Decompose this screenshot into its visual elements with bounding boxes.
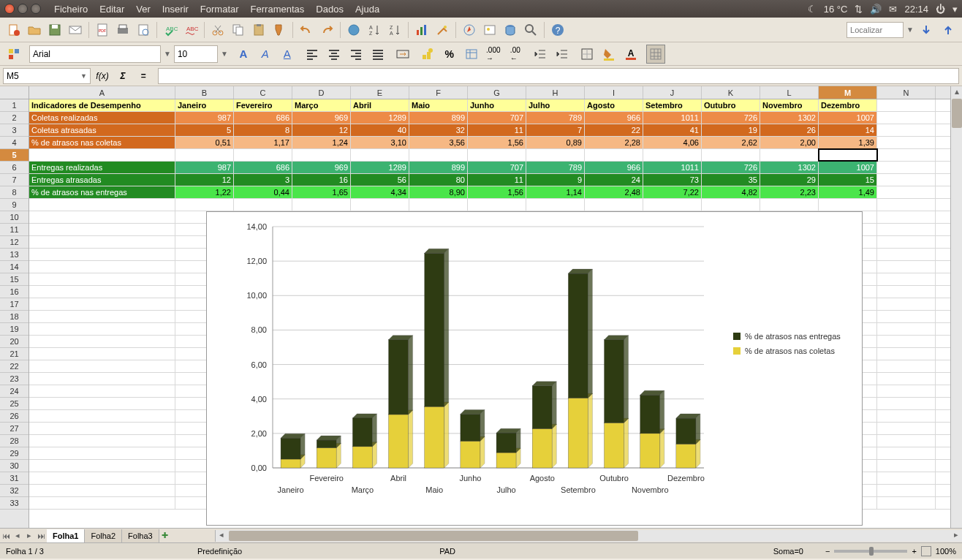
cell-L2[interactable]: 1302 — [760, 112, 819, 124]
col-header-K[interactable]: K — [702, 86, 760, 99]
col-header-E[interactable]: E — [351, 86, 409, 99]
cell-N33[interactable] — [877, 497, 936, 509]
currency-button[interactable] — [418, 45, 437, 64]
redo-button[interactable] — [317, 20, 336, 39]
row-header-14[interactable]: 14 — [0, 261, 29, 273]
cell-A2[interactable]: Coletas realizadas — [29, 112, 175, 124]
cell-F4[interactable]: 3,56 — [409, 137, 468, 148]
cell-A6[interactable]: Entregas realizadas — [29, 162, 175, 173]
cell-M6[interactable]: 1007 — [819, 162, 877, 173]
cell-E6[interactable]: 1289 — [351, 162, 409, 173]
cell-J7[interactable]: 73 — [643, 174, 702, 186]
increase-indent-button[interactable] — [553, 45, 572, 64]
cell-G5[interactable] — [468, 149, 526, 161]
cell-F7[interactable]: 80 — [409, 174, 468, 186]
cell-F9[interactable] — [409, 199, 468, 211]
cell-F8[interactable]: 8,90 — [409, 186, 468, 198]
pdf-button[interactable]: PDF — [93, 20, 112, 39]
new-button[interactable] — [4, 20, 23, 39]
cell-H7[interactable]: 9 — [526, 174, 585, 186]
cell-E4[interactable]: 3,10 — [351, 137, 409, 148]
menu-formatar[interactable]: Formatar — [194, 4, 245, 15]
vertical-scrollbar[interactable]: ▴ — [950, 86, 962, 528]
cell-N21[interactable] — [877, 348, 936, 360]
cell-N10[interactable] — [877, 211, 936, 223]
navigator-button[interactable] — [460, 20, 479, 39]
row-header-8[interactable]: 8 — [0, 186, 29, 199]
row-header-25[interactable]: 25 — [0, 398, 29, 410]
col-header-J[interactable]: J — [643, 86, 702, 99]
row-header-3[interactable]: 3 — [0, 124, 29, 137]
row-header-5[interactable]: 5 — [0, 149, 29, 162]
align-left-button[interactable] — [303, 45, 322, 64]
cell-E3[interactable]: 40 — [351, 124, 409, 136]
cell-A31[interactable] — [29, 472, 175, 484]
cell-H8[interactable]: 1,14 — [526, 186, 585, 198]
cell-A16[interactable] — [29, 286, 175, 298]
cell-I1[interactable]: Agosto — [585, 99, 643, 111]
cell-H5[interactable] — [526, 149, 585, 161]
cell-N16[interactable] — [877, 286, 936, 298]
cell-F3[interactable]: 32 — [409, 124, 468, 136]
cell-F1[interactable]: Maio — [409, 99, 468, 111]
cell-A29[interactable] — [29, 447, 175, 459]
sort-desc-button[interactable]: ZA — [385, 20, 404, 39]
cell-N20[interactable] — [877, 336, 936, 347]
cell-C3[interactable]: 8 — [234, 124, 292, 136]
row-header-12[interactable]: 12 — [0, 236, 29, 249]
cell-C9[interactable] — [234, 199, 292, 211]
cell-N12[interactable] — [877, 236, 936, 248]
cell-N7[interactable] — [877, 174, 936, 186]
tab-next-button[interactable]: ▸ — [23, 531, 35, 540]
menu-ver[interactable]: Ver — [130, 4, 156, 15]
cell-N4[interactable] — [877, 137, 936, 148]
cell-B2[interactable]: 987 — [175, 112, 234, 124]
cell-L4[interactable]: 2,00 — [760, 137, 819, 148]
cell-A12[interactable] — [29, 236, 175, 248]
fontcolor-button[interactable]: A — [621, 45, 640, 64]
cell-N25[interactable] — [877, 398, 936, 409]
cell-N11[interactable] — [877, 224, 936, 235]
row-header-28[interactable]: 28 — [0, 435, 29, 447]
row-header-17[interactable]: 17 — [0, 298, 29, 311]
cell-N30[interactable] — [877, 460, 936, 472]
row-header-10[interactable]: 10 — [0, 211, 29, 224]
tab-folha3[interactable]: Folha3 — [122, 529, 159, 542]
cell-B3[interactable]: 5 — [175, 124, 234, 136]
row-header-33[interactable]: 33 — [0, 497, 29, 510]
sort-asc-button[interactable]: AZ — [365, 20, 384, 39]
cell-M1[interactable]: Dezembro — [819, 99, 877, 111]
cell-H3[interactable]: 7 — [526, 124, 585, 136]
cell-K5[interactable] — [702, 149, 760, 161]
cell-L6[interactable]: 1302 — [760, 162, 819, 173]
minimize-icon[interactable] — [18, 4, 28, 14]
cell-M7[interactable]: 15 — [819, 174, 877, 186]
cell-A18[interactable] — [29, 311, 175, 322]
cell-E2[interactable]: 1289 — [351, 112, 409, 124]
show-draw-button[interactable] — [433, 20, 452, 39]
cell-G8[interactable]: 1,56 — [468, 186, 526, 198]
row-header-23[interactable]: 23 — [0, 373, 29, 385]
preview-button[interactable] — [134, 20, 153, 39]
cell-B4[interactable]: 0,51 — [175, 137, 234, 148]
cell-J4[interactable]: 4,06 — [643, 137, 702, 148]
cell-A25[interactable] — [29, 398, 175, 409]
cell-N26[interactable] — [877, 410, 936, 422]
search-input[interactable] — [847, 22, 904, 38]
menu-ficheiro[interactable]: Ficheiro — [48, 4, 94, 15]
network-icon[interactable]: ⇅ — [855, 4, 863, 15]
cell-N14[interactable] — [877, 261, 936, 273]
cell-D9[interactable] — [292, 199, 351, 211]
cell-G7[interactable]: 11 — [468, 174, 526, 186]
cell-D2[interactable]: 969 — [292, 112, 351, 124]
cell-N5[interactable] — [877, 149, 936, 161]
cell-J2[interactable]: 1011 — [643, 112, 702, 124]
cell-D7[interactable]: 16 — [292, 174, 351, 186]
row-header-18[interactable]: 18 — [0, 311, 29, 323]
cell-M8[interactable]: 1,49 — [819, 186, 877, 198]
cell-A3[interactable]: Coletas atrasadas — [29, 124, 175, 136]
cell-N3[interactable] — [877, 124, 936, 136]
cell-G1[interactable]: Junho — [468, 99, 526, 111]
row-header-31[interactable]: 31 — [0, 472, 29, 485]
standard-format-button[interactable] — [462, 45, 481, 64]
